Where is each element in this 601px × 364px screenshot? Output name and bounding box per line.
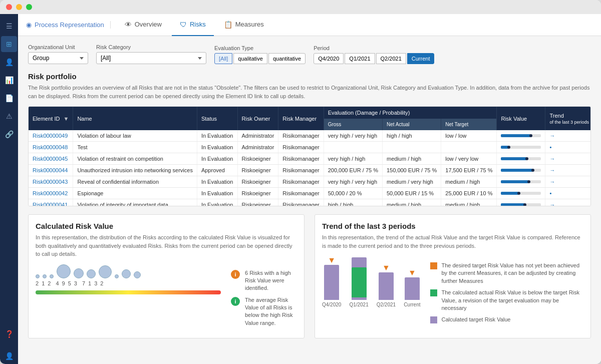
risk-table-container[interactable]: Element ID ▼ Name Status Risk Owner Risk… (28, 106, 591, 206)
eval-quantitative-btn[interactable]: quantitative (268, 53, 306, 64)
sidebar-profile-icon[interactable]: 👤 (1, 348, 17, 364)
app-body: ☰ ⊞ 👤 📊 📄 ⚠ 🔗 ❓ 👤 ◉ Process Representati… (0, 14, 601, 364)
cell-net-actual: high / high (382, 130, 441, 142)
org-unit-filter: Organizational Unit Group (28, 44, 88, 64)
period-label: Period (314, 45, 434, 51)
tab-overview[interactable]: 👁 Overview (117, 14, 170, 36)
period-current[interactable]: Current (407, 53, 435, 64)
num-4: 4 (56, 280, 59, 286)
cell-id: Risk00000045 (29, 153, 73, 165)
cell-net-actual: medium / very high (382, 176, 441, 188)
cell-net-target: 25,000 EUR / 10 % (441, 188, 497, 199)
period-q2-2021[interactable]: Q2/2021 (376, 53, 406, 64)
cell-owner: Riskoeigner (237, 153, 278, 165)
trend-legend-text-green: The calculated actual Risk Value is belo… (441, 289, 583, 312)
col-name: Name (73, 107, 197, 130)
cell-risk-value (497, 188, 545, 199)
risk-category-filter: Risk Category [All] (96, 44, 206, 64)
eval-qualitative-btn[interactable]: qualitative (233, 53, 267, 64)
cell-owner: Riskoeigner (237, 199, 278, 207)
bottom-section: Calculated Risk Value In this representa… (28, 214, 591, 338)
col-net-target: Net Target (441, 119, 497, 130)
cell-manager: Risikomanager (278, 176, 324, 188)
org-unit-select[interactable]: Group (28, 52, 88, 64)
main-content: ◉ Process Representation 👁 Overview 🛡 Ri… (18, 14, 601, 364)
legend-color-green (430, 289, 437, 296)
col-risk-value: Risk Value (497, 107, 545, 130)
cell-gross: very high / very high (324, 176, 382, 188)
sidebar-help-icon[interactable]: ❓ (1, 326, 17, 342)
num-3: 2 (48, 280, 51, 286)
cell-status: Approved (197, 165, 237, 176)
cell-name: Test (73, 142, 197, 153)
tab-measures-label: Measures (235, 21, 264, 28)
num-5: 9 (62, 280, 65, 286)
num-11: 2 (100, 280, 103, 286)
eval-all-btn[interactable]: [All] (214, 53, 232, 64)
table-row: Risk00000048 Test In Evaluation Administ… (29, 142, 591, 153)
tab-overview-label: Overview (135, 21, 162, 28)
col-gross: Gross (324, 119, 382, 130)
table-row: Risk00000043 Reveal of confidential info… (29, 176, 591, 188)
cell-trend: → (545, 199, 591, 207)
cell-trend: • (545, 142, 591, 153)
bubble-6 (87, 269, 96, 278)
legend-icon-green: i (231, 297, 240, 306)
num-10: 3 (94, 280, 97, 286)
num-1: 2 (36, 280, 39, 286)
bar-q1-actual (352, 257, 367, 300)
cell-trend: → (545, 153, 591, 165)
sidebar-chart-icon[interactable]: 📊 (1, 72, 17, 88)
cell-risk-value (497, 176, 545, 188)
cell-trend: • (545, 188, 591, 199)
tab-risks-label: Risks (190, 21, 206, 28)
cell-status: In Evaluation (197, 176, 237, 188)
titlebar (0, 0, 601, 14)
risk-legend: i 6 Risks with a high Risk Value were id… (231, 269, 297, 331)
sort-icon: ▼ (63, 116, 69, 122)
col-element-id[interactable]: Element ID ▼ (29, 107, 73, 130)
bubble-1 (36, 274, 40, 278)
cell-net-target: medium / high (441, 176, 497, 188)
period-q1-2021[interactable]: Q1/2021 (345, 53, 375, 64)
num-7: 3 (74, 280, 77, 286)
trend-title: Trend of the last 3 periods (322, 222, 583, 230)
filters-row: Organizational Unit Group Risk Category … (28, 44, 591, 64)
cell-risk-value (497, 130, 545, 142)
cell-gross: very high / very high (324, 130, 382, 142)
cell-net-actual: medium / high (382, 199, 441, 207)
cell-net-actual (382, 142, 441, 153)
sidebar-risk-icon[interactable]: ⚠ (1, 108, 17, 124)
cell-risk-value (497, 153, 545, 165)
trend-legend: The desired target Risk Value has not ye… (430, 262, 583, 328)
tab-measures[interactable]: 📋 Measures (216, 14, 272, 36)
table-row: Risk00000049 Violation of labour law In … (29, 130, 591, 142)
cell-owner: Riskoeigner (237, 176, 278, 188)
cell-net-actual: medium / high (382, 153, 441, 165)
bar-current (405, 277, 420, 300)
minimize-button[interactable] (16, 4, 22, 10)
sidebar-user-icon[interactable]: 👤 (1, 54, 17, 70)
bar-q2 (379, 272, 394, 300)
risk-category-select[interactable]: [All] (96, 52, 206, 64)
period-q4-2020[interactable]: Q4/2020 (314, 53, 344, 64)
arrow-current: ▼ (408, 268, 416, 277)
col-manager: Risk Manager (278, 107, 324, 130)
cell-name: Espionage (73, 188, 197, 199)
cell-name: Violation of labour law (73, 130, 197, 142)
trend-panel: Trend of the last 3 periods In this repr… (315, 214, 591, 338)
sidebar-grid-icon[interactable]: ⊞ (1, 36, 17, 52)
bubble-3 (50, 274, 54, 278)
bubble-7 (99, 265, 112, 278)
close-button[interactable] (6, 4, 12, 10)
bubble-9 (122, 269, 131, 278)
sidebar-menu-icon[interactable]: ☰ (1, 18, 17, 34)
maximize-button[interactable] (26, 4, 32, 10)
sidebar-doc-icon[interactable]: 📄 (1, 90, 17, 106)
cell-name: Reveal of confidential information (73, 176, 197, 188)
legend-text-green: The average Risk Value of all Risks is b… (245, 296, 297, 327)
sidebar-link-icon[interactable]: 🔗 (1, 126, 17, 142)
nav-logo-text: Process Representation (35, 21, 104, 29)
cell-status: In Evaluation (197, 142, 237, 153)
tab-risks[interactable]: 🛡 Risks (172, 14, 214, 36)
